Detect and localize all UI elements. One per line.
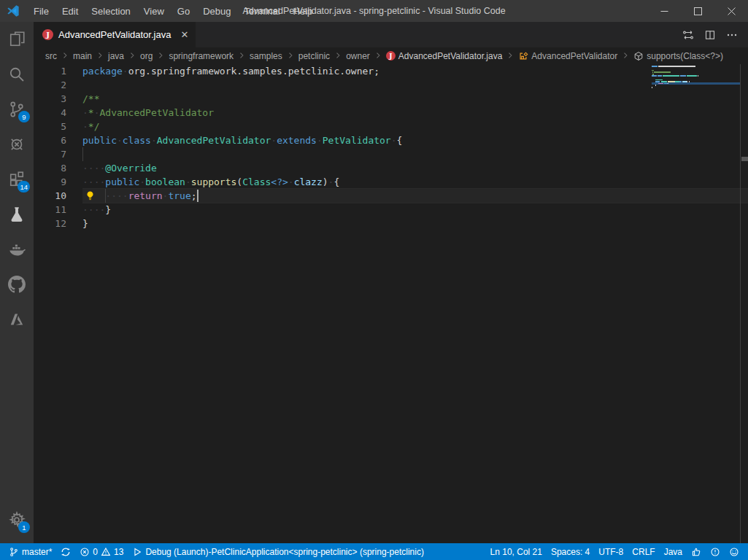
- minimap[interactable]: [652, 66, 740, 88]
- indent-guide: [105, 189, 106, 203]
- chevron-right-icon: [156, 51, 165, 61]
- eol-label: CRLF: [632, 547, 655, 557]
- breadcrumb-label: org: [140, 51, 153, 61]
- encoding-label: UTF-8: [598, 547, 623, 557]
- menu-go[interactable]: Go: [171, 0, 196, 22]
- breadcrumb: srcmainjavaorgspringframeworksamplespetc…: [34, 47, 748, 64]
- menu-edit[interactable]: Edit: [55, 0, 85, 22]
- java-file-icon: J: [42, 29, 53, 40]
- problems-status[interactable]: 013: [75, 543, 128, 560]
- breadcrumb-item-supports-class-[interactable]: supports(Class<?>): [633, 51, 723, 61]
- editor-actions: [682, 22, 748, 47]
- line-number: 11: [34, 203, 82, 217]
- chevron-right-icon: [333, 51, 342, 61]
- debug-launch-status-label: Debug (Launch)-PetClinicApplication<spri…: [145, 547, 424, 557]
- code-line-8[interactable]: ····@Override: [82, 161, 748, 175]
- source-control-icon[interactable]: 9: [0, 92, 34, 127]
- code-line-11[interactable]: ····}: [82, 203, 748, 217]
- breadcrumb-item-petclinic[interactable]: petclinic: [298, 51, 330, 61]
- java-ready-status[interactable]: [687, 543, 706, 560]
- breadcrumb-label: samples: [250, 51, 282, 61]
- language-mode[interactable]: Java: [660, 543, 687, 560]
- debug-launch-status[interactable]: Debug (Launch)-PetClinicApplication<spri…: [128, 543, 428, 560]
- code-line-6[interactable]: public·class·AdvancedPetValidator·extend…: [82, 133, 748, 147]
- status-left: master*013Debug (Launch)-PetClinicApplic…: [4, 543, 428, 560]
- line-number: 1: [34, 64, 82, 78]
- breadcrumb-item-org[interactable]: org: [140, 51, 153, 61]
- code-line-12[interactable]: }: [82, 217, 748, 230]
- explorer-icon[interactable]: [0, 22, 34, 57]
- debug-icon[interactable]: [0, 127, 34, 162]
- breadcrumb-item-src[interactable]: src: [45, 51, 57, 61]
- line-number: 8: [34, 161, 82, 175]
- menu-selection[interactable]: Selection: [85, 0, 136, 22]
- azure-icon[interactable]: [0, 302, 34, 337]
- chevron-right-icon: [374, 51, 382, 61]
- breadcrumb-item-samples[interactable]: samples: [250, 51, 282, 61]
- code-line-5[interactable]: ·*/: [82, 120, 748, 133]
- indentation[interactable]: Spaces: 4: [547, 543, 594, 560]
- line-number: 5: [34, 120, 82, 133]
- line-number: 9: [34, 175, 82, 189]
- scrollbar-handle[interactable]: [741, 157, 748, 161]
- title-bar: FileEditSelectionViewGoDebugTerminalHelp…: [0, 0, 748, 22]
- test-beaker-icon[interactable]: [0, 197, 34, 232]
- code-line-10[interactable]: ····return·true;: [82, 189, 748, 203]
- alert-status[interactable]: [706, 543, 725, 560]
- breadcrumb-item-advancedpetvalidator[interactable]: AdvancedPetValidator: [518, 51, 617, 61]
- code-line-1[interactable]: package·org.springframework.samples.petc…: [82, 64, 748, 78]
- chevron-right-icon: [61, 51, 69, 61]
- extensions-icon[interactable]: 14: [0, 162, 34, 197]
- code-line-2[interactable]: [82, 78, 748, 92]
- lightbulb-icon[interactable]: [85, 190, 96, 201]
- menu-bar: FileEditSelectionViewGoDebugTerminalHelp: [27, 0, 319, 22]
- thumbsup-icon: [691, 547, 701, 557]
- breadcrumb-item-main[interactable]: main: [73, 51, 92, 61]
- docker-icon[interactable]: [0, 232, 34, 267]
- encoding[interactable]: UTF-8: [594, 543, 628, 560]
- tab-advancedpetvalidator[interactable]: J AdvancedPetValidator.java ✕: [34, 22, 196, 47]
- breadcrumb-item-owner[interactable]: owner: [346, 51, 370, 61]
- manage-gear-icon[interactable]: 1: [0, 502, 34, 537]
- menu-debug[interactable]: Debug: [196, 0, 237, 22]
- code-line-4[interactable]: ·*·AdvancedPetValidator: [82, 106, 748, 120]
- cursor-position[interactable]: Ln 10, Col 21: [486, 543, 547, 560]
- minimize-button[interactable]: [647, 0, 681, 22]
- vscode-logo-icon: [7, 4, 20, 18]
- breadcrumb-item-springframework[interactable]: springframework: [169, 51, 234, 61]
- code-line-9[interactable]: ····public·boolean·supports(Class<?>·cla…: [82, 175, 748, 189]
- maximize-button[interactable]: [681, 0, 714, 22]
- menu-help[interactable]: Help: [287, 0, 320, 22]
- status-right: Ln 10, Col 21Spaces: 4UTF-8CRLFJava: [486, 543, 744, 560]
- tab-close-icon[interactable]: ✕: [180, 29, 188, 40]
- more-actions-icon[interactable]: [726, 29, 738, 41]
- error-icon: [80, 547, 90, 557]
- breadcrumb-item-java[interactable]: java: [108, 51, 124, 61]
- tab-label: AdvancedPetValidator.java: [58, 29, 171, 40]
- smiley-icon: [729, 547, 739, 557]
- eol[interactable]: CRLF: [628, 543, 659, 560]
- close-button[interactable]: [714, 0, 748, 22]
- breadcrumb-item-advancedpetvalidator-java[interactable]: JAdvancedPetValidator.java: [386, 51, 503, 61]
- menu-file[interactable]: File: [27, 0, 55, 22]
- status-bar: master*013Debug (Launch)-PetClinicApplic…: [0, 543, 748, 560]
- breadcrumb-label: main: [73, 51, 92, 61]
- split-editor-icon[interactable]: [704, 29, 716, 41]
- open-changes-icon[interactable]: [682, 29, 694, 41]
- vertical-scrollbar[interactable]: [740, 64, 748, 543]
- line-number: 4: [34, 106, 82, 120]
- menu-view[interactable]: View: [137, 0, 171, 22]
- git-branch-status[interactable]: master*: [4, 543, 56, 560]
- problems-status-label: 13: [114, 547, 123, 557]
- git-branch-status-label: master*: [22, 547, 52, 557]
- feedback-status[interactable]: [725, 543, 744, 560]
- sync-status[interactable]: [56, 543, 75, 560]
- code-line-7[interactable]: [82, 147, 748, 161]
- chevron-right-icon: [506, 51, 514, 61]
- breadcrumb-label: petclinic: [298, 51, 330, 61]
- chevron-right-icon: [237, 51, 246, 61]
- menu-terminal[interactable]: Terminal: [237, 0, 286, 22]
- github-icon[interactable]: [0, 267, 34, 302]
- search-icon[interactable]: [0, 57, 34, 92]
- code-line-3[interactable]: /**: [82, 92, 748, 106]
